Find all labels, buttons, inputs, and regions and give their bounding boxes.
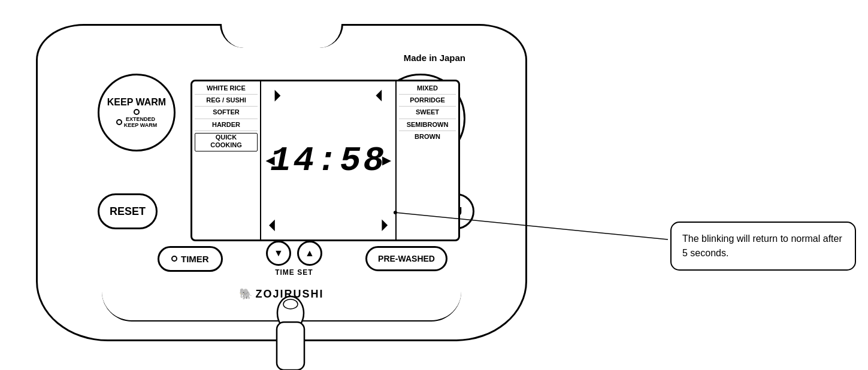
keep-warm-label: KEEP WARM: [107, 97, 166, 108]
panel-curve: [102, 292, 461, 322]
extended-label: EXTENDED KEEP WARM: [124, 116, 157, 128]
reset-button[interactable]: RESET: [98, 193, 158, 229]
timer-radio-dot: [171, 256, 177, 262]
quick-cooking-item: QUICKCOOKING: [195, 133, 258, 151]
reg-sushi-item: REG / SUSHI: [195, 96, 258, 107]
prewashed-label: PRE-WASHED: [378, 254, 435, 263]
time-set-label: TIME SET: [275, 268, 313, 277]
display-panel: WHITE RICE REG / SUSHI SOFTER HARDER QUI…: [190, 80, 460, 241]
keep-warm-radio-dot: [134, 109, 140, 115]
display-center: ◢ ◣ ◥ ◤ ◀ ▶ 14:58: [261, 81, 395, 239]
time-display: 14:58: [270, 141, 386, 180]
time-set-buttons: ▼ ▲: [266, 241, 322, 266]
corner-arrow-br: ◤: [374, 218, 389, 233]
white-rice-item: WHITE RICE: [195, 84, 258, 95]
softer-item: SOFTER: [195, 108, 258, 119]
selector-arrow-right: ▶: [382, 154, 391, 167]
reset-label: RESET: [110, 205, 146, 218]
keep-warm-button[interactable]: KEEP WARM EXTENDED KEEP WARM: [98, 74, 176, 151]
bottom-button-row: TIMER ▼ ▲ TIME SET PRE-WASHED: [158, 241, 447, 277]
sweet-item: SWEET: [399, 108, 456, 119]
extended-keep-warm-radio: EXTENDED KEEP WARM: [116, 116, 157, 128]
selector-arrow-left: ◀: [266, 154, 274, 167]
made-in-japan-label: Made in Japan: [404, 53, 465, 63]
keep-warm-radio: [134, 109, 140, 115]
page-container: Made in Japan KEEP WARM EXTENDED KEEP WA…: [0, 0, 868, 370]
time-down-icon: ▼: [274, 248, 283, 259]
porridge-item: PORRIDGE: [399, 96, 456, 107]
time-up-button[interactable]: ▲: [297, 241, 322, 266]
corner-arrow-bl: ◥: [267, 218, 282, 233]
semibrown-item: SEMIBROWN: [399, 121, 456, 131]
brown-item: BROWN: [399, 133, 456, 142]
callout-box: The blinking will return to normal after…: [670, 222, 856, 271]
display-left-column: WHITE RICE REG / SUSHI SOFTER HARDER QUI…: [192, 81, 261, 239]
time-up-icon: ▲: [305, 248, 314, 259]
display-right-column: MIXED PORRIDGE SWEET SEMIBROWN BROWN: [395, 81, 458, 239]
time-down-button[interactable]: ▼: [266, 241, 291, 266]
extended-radio-dot: [116, 119, 122, 125]
corner-arrow-tl: ◢: [267, 87, 282, 102]
harder-item: HARDER: [195, 121, 258, 131]
callout-text: The blinking will return to normal after…: [682, 233, 842, 258]
mixed-item: MIXED: [399, 84, 456, 95]
time-set-group: ▼ ▲ TIME SET: [266, 241, 322, 277]
prewashed-button[interactable]: PRE-WASHED: [365, 246, 447, 271]
rice-cooker-panel: Made in Japan KEEP WARM EXTENDED KEEP WA…: [36, 24, 527, 341]
timer-button[interactable]: TIMER: [158, 246, 223, 272]
corner-arrow-tr: ◣: [374, 87, 389, 102]
timer-label: TIMER: [181, 254, 209, 264]
